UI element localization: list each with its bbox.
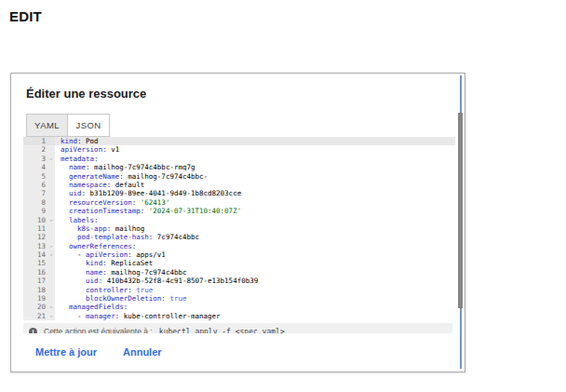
- fold-spacer: [47, 163, 55, 171]
- dialog-content: Éditer une ressource YAML JSON 1kind: Po…: [11, 74, 465, 333]
- fold-toggle-icon[interactable]: -: [47, 155, 55, 163]
- fold-toggle-icon[interactable]: -: [47, 312, 55, 320]
- code-line: 1kind: Pod: [23, 137, 455, 145]
- code-line: 20- managedFields:: [23, 303, 455, 311]
- code-line: 10- labels:: [23, 216, 455, 224]
- code-editor[interactable]: 1kind: Pod2apiVersion: v13-metadata:4 na…: [23, 137, 455, 320]
- fold-spacer: [47, 224, 55, 233]
- page-title: EDIT: [9, 8, 42, 24]
- code-lines: 1kind: Pod2apiVersion: v13-metadata:4 na…: [23, 137, 455, 320]
- fold-spacer: [47, 286, 55, 294]
- cancel-button[interactable]: Annuler: [114, 341, 171, 363]
- fold-toggle-icon[interactable]: -: [47, 303, 55, 311]
- code-line: 3-metadata:: [23, 155, 455, 163]
- fold-spacer: [47, 268, 55, 277]
- code-line: 9 creationTimestamp: '2024-07-31T10:40:0…: [23, 207, 455, 215]
- code-line: 18 controller: true: [23, 286, 455, 294]
- fold-spacer: [47, 145, 55, 154]
- fold-spacer: [47, 137, 55, 145]
- fold-spacer: [47, 259, 55, 267]
- code-line: 21- - manager: kube-controller-manager: [23, 312, 455, 320]
- code-line: 15 kind: ReplicaSet: [23, 259, 455, 267]
- fold-spacer: [47, 189, 55, 197]
- fold-spacer: [47, 294, 55, 303]
- code-line: 13- ownerReferences:: [23, 242, 455, 250]
- tab-json[interactable]: JSON: [68, 114, 110, 137]
- code-line: 17 uid: 410b432b-52f8-4c91-8507-e13b154f…: [23, 277, 455, 285]
- dialog-scrollbar-thumb[interactable]: [458, 113, 463, 308]
- code-line: 6 namespace: default: [23, 181, 455, 189]
- tab-yaml[interactable]: YAML: [26, 114, 68, 137]
- fold-spacer: [47, 198, 55, 207]
- editor-tabs: YAML JSON: [26, 114, 465, 137]
- code-line: 14- - apiVersion: apps/v1: [23, 250, 455, 259]
- edit-resource-dialog: Éditer une ressource YAML JSON 1kind: Po…: [10, 73, 465, 372]
- code-line: 7 uid: b31b1209-89ee-4041-9d49-1b8cd8203…: [23, 189, 455, 197]
- code-line: 12 pod-template-hash: 7c974c4bbc: [23, 233, 455, 241]
- update-button[interactable]: Mettre à jour: [26, 341, 106, 363]
- code-line: 4 name: mailhog-7c974c4bbc-rmq7g: [23, 163, 455, 171]
- dialog-actions: Mettre à jour Annuler: [11, 331, 465, 372]
- code-line: 11 k8s-app: mailhog: [23, 224, 455, 233]
- code-line: 5 generateName: mailhog-7c974c4bbc-: [23, 172, 455, 181]
- dialog-title: Éditer une ressource: [26, 87, 450, 101]
- code-line: 19 blockOwnerDeletion: true: [23, 294, 455, 303]
- code-line: 2apiVersion: v1: [23, 145, 455, 154]
- fold-toggle-icon[interactable]: -: [47, 216, 55, 224]
- fold-toggle-icon[interactable]: -: [47, 242, 55, 250]
- fold-spacer: [47, 277, 55, 285]
- page: EDIT Éditer une ressource YAML JSON 1kin…: [0, 0, 566, 392]
- fold-spacer: [47, 233, 55, 241]
- fold-spacer: [47, 207, 55, 215]
- code-line: 8 resourceVersion: '62413': [23, 198, 455, 207]
- fold-spacer: [47, 172, 55, 181]
- code-line: 16 name: mailhog-7c974c4bbc: [23, 268, 455, 277]
- fold-toggle-icon[interactable]: -: [47, 250, 55, 259]
- fold-spacer: [47, 181, 55, 189]
